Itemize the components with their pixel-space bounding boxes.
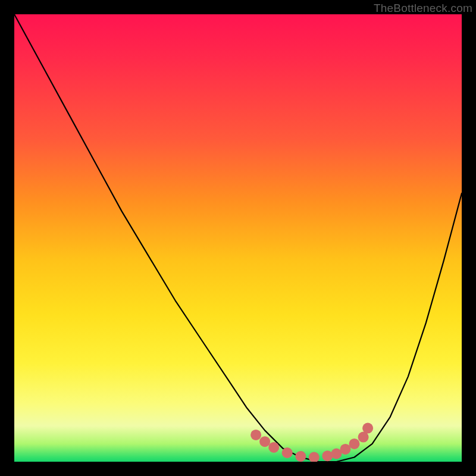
chart-frame: TheBottleneck.com <box>0 0 476 476</box>
valley-dot <box>268 442 279 453</box>
valley-dot <box>349 439 360 449</box>
valley-dot <box>259 436 270 447</box>
watermark-text: TheBottleneck.com <box>374 2 472 15</box>
valley-dot <box>322 450 333 461</box>
valley-dot <box>295 451 306 462</box>
plot-area <box>14 14 462 462</box>
curve-path <box>14 14 462 462</box>
valley-dot <box>250 430 261 440</box>
bottleneck-curve <box>14 14 462 462</box>
valley-dot <box>282 447 293 458</box>
valley-dot <box>340 444 351 455</box>
valley-dot <box>362 423 373 434</box>
valley-dot <box>309 452 320 462</box>
